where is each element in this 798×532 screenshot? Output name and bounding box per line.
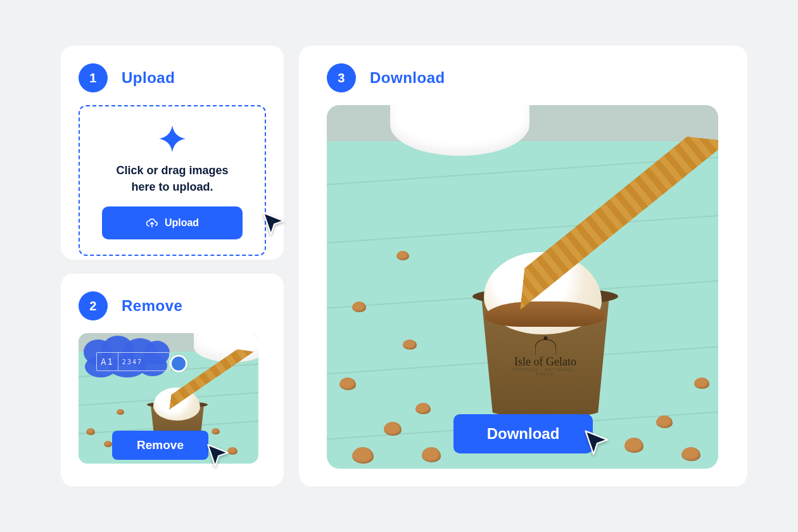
step-remove-card: 2 Remove [61, 274, 284, 486]
step-title: Download [370, 69, 445, 87]
dropzone-text-line2: here to upload. [92, 179, 252, 195]
watermark-badge: A1 2347 [96, 352, 170, 371]
brush-cursor-icon [170, 355, 187, 372]
step-title: Remove [122, 297, 182, 315]
upload-button[interactable]: Upload [102, 206, 243, 239]
step-download-card: 3 Download [299, 46, 747, 486]
upload-button-label: Upload [165, 217, 199, 229]
cursor-icon [583, 428, 612, 457]
step-header: 1 Upload [79, 63, 266, 92]
download-button[interactable]: Download [453, 414, 593, 453]
step-number-badge: 1 [79, 63, 108, 92]
sparkle-plus-icon [158, 124, 187, 153]
cursor-icon [261, 210, 288, 237]
cup-tagline-text: TROPICAL · ARTISANAL · FRESH [509, 367, 582, 376]
cursor-icon [205, 442, 232, 469]
step-header: 3 Download [327, 63, 732, 92]
step-upload-card: 1 Upload Click or drag images here to up… [61, 46, 284, 260]
removal-mask-overlay: A1 2347 [84, 337, 179, 376]
step-header: 2 Remove [79, 291, 266, 320]
cup-brand-text: Isle of Gelato [509, 356, 582, 367]
step-number-badge: 2 [79, 291, 108, 320]
watermark-left: A1 [97, 357, 118, 367]
remove-button-label: Remove [137, 438, 184, 452]
download-button-label: Download [487, 425, 560, 443]
step-title: Upload [122, 69, 175, 87]
result-image: Isle of Gelato TROPICAL · ARTISANAL · FR… [327, 105, 718, 469]
cup-logo-icon [535, 339, 556, 355]
upload-dropzone[interactable]: Click or drag images here to upload. Upl… [79, 105, 266, 256]
remove-preview-image: A1 2347 Remove [79, 333, 258, 464]
step-number-badge: 3 [327, 63, 356, 92]
dropzone-text-line1: Click or drag images [92, 162, 252, 179]
watermark-right: 2347 [118, 358, 146, 365]
remove-button[interactable]: Remove [112, 431, 208, 460]
cloud-upload-icon [146, 218, 158, 228]
